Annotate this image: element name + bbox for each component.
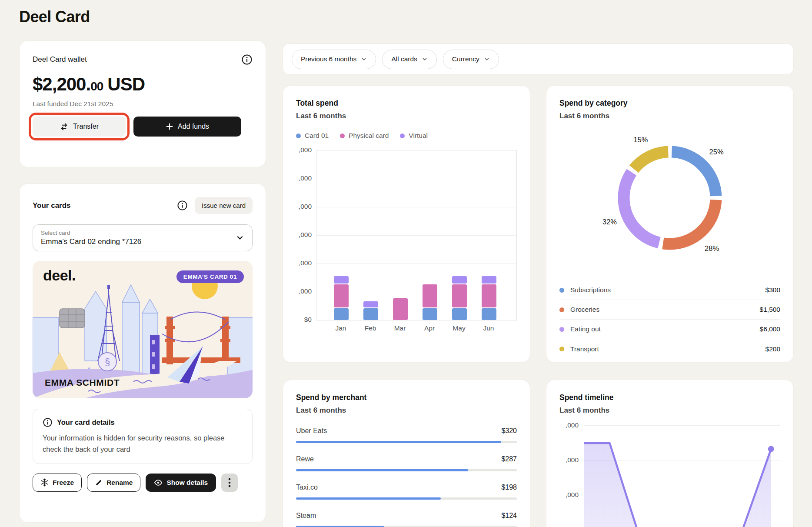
show-details-label: Show details	[166, 479, 208, 487]
spend-by-category-subtitle: Last 6 months	[559, 112, 780, 120]
card-select-label: Select card	[41, 230, 244, 236]
y-tick-label: ,000	[299, 174, 312, 182]
total-spend-y-axis: ,000,000,000,000,000,000$0	[296, 150, 316, 320]
bar-segment	[334, 308, 349, 320]
category-donut: 25%28%32%15%	[559, 122, 780, 275]
merchant-amount: $198	[501, 484, 517, 491]
legend-label: Physical card	[349, 132, 389, 140]
eye-icon	[154, 478, 163, 487]
bar-segment	[482, 308, 496, 320]
bar-segment	[482, 284, 496, 307]
cards-filter-label: All cards	[391, 55, 417, 63]
page-title: Deel Card	[19, 8, 812, 26]
x-tick-label: Apr	[424, 324, 435, 332]
merchant-bar-fill	[296, 497, 441, 500]
merchant-amount: $320	[501, 427, 517, 435]
merchant-list: Uber Eats$320Rewe$287Taxi.co$198Steam$12…	[296, 427, 517, 527]
gridline	[316, 207, 516, 207]
last-funded-text: Last funded Dec 21st 2025	[33, 100, 253, 108]
category-name: Eating out	[570, 325, 601, 333]
merchant-row: Uber Eats$320	[296, 427, 517, 443]
y-tick-label: ,000	[566, 421, 579, 429]
more-options-button[interactable]	[221, 474, 238, 492]
your-cards-info-button[interactable]	[177, 200, 188, 211]
bar-stack	[482, 276, 496, 320]
category-amount: $200	[765, 345, 780, 353]
bar-segment	[452, 276, 467, 284]
x-tick-label: Jun	[483, 324, 494, 332]
deel-logo: deel.	[43, 267, 76, 284]
bar-segment	[393, 298, 408, 320]
deel-card-page: Deel Card Deel Card wallet $2,200.00USD …	[0, 0, 812, 527]
y-tick-label: ,000	[299, 231, 312, 239]
merchant-name: Taxi.co	[296, 484, 318, 491]
x-tick-label: Mar	[394, 324, 406, 332]
legend-label: Card 01	[305, 132, 329, 140]
timeline-y-axis: ,000,000,000	[559, 425, 584, 527]
show-details-button[interactable]: Show details	[146, 474, 216, 492]
filter-bar: Previous 6 months All cards Currency	[283, 43, 794, 75]
legend-dot	[400, 133, 405, 138]
card-name-badge: EMMA’S CARD 01	[176, 270, 244, 283]
freeze-label: Freeze	[53, 479, 74, 487]
total-spend-card: Total spend Last 6 months Card 01Physica…	[283, 85, 530, 363]
merchant-row: Taxi.co$198	[296, 484, 517, 500]
merchant-row-head: Uber Eats$320	[296, 427, 517, 435]
cards-filter[interactable]: All cards	[382, 50, 436, 69]
pencil-icon	[95, 479, 103, 487]
category-amount: $1,500	[760, 306, 780, 314]
donut-percent-label: 32%	[602, 218, 617, 226]
legend-item: Card 01	[296, 132, 329, 140]
chevron-down-icon	[361, 56, 367, 62]
info-icon	[241, 54, 253, 65]
merchant-bar-fill	[296, 441, 501, 443]
category-amount: $6,000	[760, 325, 780, 333]
currency-filter[interactable]: Currency	[443, 50, 499, 69]
merchant-amount: $287	[501, 455, 517, 463]
card-select[interactable]: Select card Emma’s Card 02 ending *7126	[33, 224, 253, 251]
bar-stack	[423, 284, 437, 320]
card-select-value: Emma’s Card 02 ending *7126	[41, 237, 244, 246]
chevron-down-icon	[422, 56, 428, 62]
merchant-row-head: Steam$124	[296, 512, 517, 520]
bar-segment	[334, 284, 349, 307]
donut-percent-label: 15%	[633, 136, 648, 144]
category-amount: $300	[765, 286, 780, 294]
timeline-plot	[584, 425, 780, 527]
snowflake-icon	[40, 478, 49, 487]
legend-item: Virtual	[400, 132, 428, 140]
gridline	[316, 235, 516, 236]
kebab-icon	[228, 478, 231, 487]
legend-dot	[559, 288, 564, 293]
category-name: Subscriptions	[570, 286, 611, 294]
issue-new-card-button[interactable]: Issue new card	[195, 197, 253, 214]
wallet-info-button[interactable]	[241, 54, 253, 65]
merchant-row: Steam$124	[296, 512, 517, 527]
your-cards-panel: Your cards Issue new card Select card Em…	[19, 183, 266, 523]
period-filter[interactable]: Previous 6 months	[292, 50, 376, 69]
rename-button[interactable]: Rename	[87, 474, 140, 492]
transfer-label: Transfer	[73, 123, 99, 130]
balance-cents: 00	[90, 80, 103, 93]
transfer-button[interactable]: Transfer	[33, 117, 126, 137]
y-tick-label: ,000	[566, 491, 579, 499]
card-details-notice: Your card details Your information is hi…	[33, 409, 253, 464]
total-spend-x-axis: JanFebMarAprMayJun	[316, 324, 517, 336]
bar-segment	[363, 308, 378, 320]
freeze-button[interactable]: Freeze	[33, 474, 82, 492]
category-row: Groceries$1,500	[559, 300, 780, 320]
merchant-bar-track	[296, 441, 517, 443]
merchant-bar-track	[296, 469, 517, 471]
legend-label: Virtual	[409, 132, 428, 140]
balance-dollars: $2,200.	[33, 74, 90, 94]
legend-dot	[559, 327, 564, 332]
add-funds-button[interactable]: Add funds	[133, 117, 241, 137]
merchant-bar-track	[296, 497, 517, 500]
merchant-bar-fill	[296, 469, 468, 471]
bar-stack	[393, 298, 408, 320]
merchant-name: Uber Eats	[296, 427, 327, 435]
card-details-body: Your information is hidden for security …	[43, 432, 243, 455]
x-tick-label: Feb	[365, 324, 376, 332]
card-holder-name: EMMA SCHMIDT	[45, 377, 120, 388]
donut-percent-label: 28%	[705, 244, 719, 252]
